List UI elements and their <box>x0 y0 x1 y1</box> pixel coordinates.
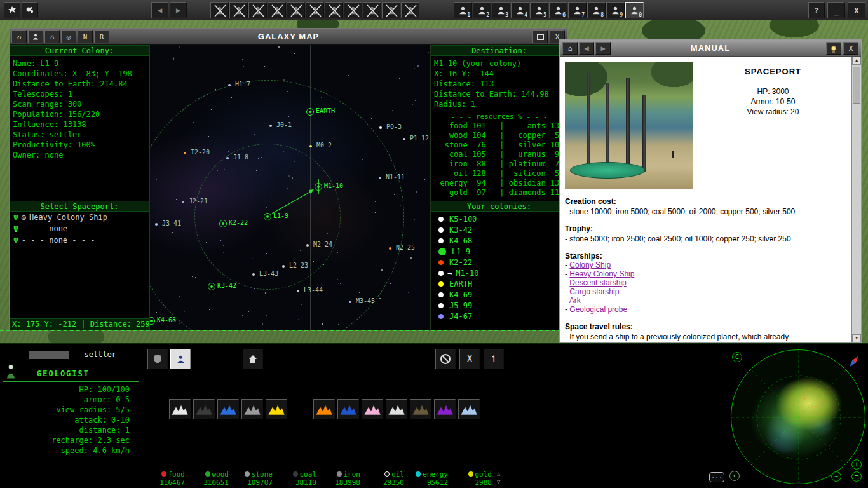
unit-group-button-8[interactable]: 8 <box>587 2 606 18</box>
scroll-thumb[interactable] <box>853 67 860 104</box>
ranges-toggle-button[interactable]: R <box>94 30 109 43</box>
disabled-unit-button[interactable] <box>325 2 343 18</box>
starship-link[interactable]: Cargo starship <box>569 287 619 296</box>
minimap-zoom-in-button[interactable]: + <box>851 459 862 470</box>
colony-list-item[interactable]: →M1-10 <box>431 268 567 278</box>
manual-forward-button[interactable]: ▶ <box>595 42 611 55</box>
disabled-unit-button[interactable] <box>306 2 324 18</box>
deposit-button[interactable] <box>386 399 407 419</box>
home-button[interactable] <box>243 349 263 369</box>
deposit-button[interactable] <box>458 399 480 419</box>
tool-button-2[interactable] <box>22 2 38 18</box>
close-window-button[interactable]: X <box>848 2 865 18</box>
home-icon: ⌂ <box>50 33 55 41</box>
unit-mode-button[interactable] <box>170 349 191 369</box>
tool-button-1[interactable] <box>4 2 20 18</box>
spaceport-option[interactable]: Ψ- - - none - - - <box>10 234 149 246</box>
dismiss-button[interactable]: X <box>459 349 480 369</box>
minimap-zoom-out-button[interactable]: − <box>831 471 841 482</box>
colony-list-item[interactable]: J5-99 <box>431 300 567 311</box>
deposit-button[interactable] <box>241 399 263 419</box>
disabled-unit-button[interactable] <box>229 2 248 18</box>
minimize-window-button[interactable]: _ <box>827 2 845 18</box>
info-button[interactable]: i <box>484 349 504 369</box>
minimap-center-button[interactable]: C <box>732 352 742 362</box>
disabled-unit-button[interactable] <box>401 2 419 18</box>
galaxy-map-view[interactable]: H1-7EARTHJ0-1P0-3P1-12I2-20J1-8M0-2N1-11… <box>150 45 430 330</box>
manual-hint-button[interactable] <box>826 42 841 55</box>
unit-group-button-3[interactable]: 3 <box>492 2 510 18</box>
colony-list-item[interactable]: K4-68 <box>431 235 567 246</box>
unit-group-button-2[interactable]: 2 <box>473 2 491 18</box>
scroll-up-button[interactable]: ▲ <box>852 57 861 65</box>
minimap-zoom-reset-button[interactable]: = <box>851 471 862 482</box>
center-target-button[interactable]: ◎ <box>61 30 76 43</box>
deposit-button[interactable] <box>337 399 359 419</box>
deposit-button[interactable] <box>266 399 287 419</box>
resource-label-row: iron <box>320 470 360 478</box>
starship-link[interactable]: Colony Ship <box>569 261 611 269</box>
minimap[interactable] <box>731 349 865 484</box>
disabled-unit-button[interactable] <box>344 2 362 18</box>
colony-list-item[interactable]: J4-67 <box>431 311 567 322</box>
colony-list-item[interactable]: K5-100 <box>431 214 567 224</box>
colony-list-item[interactable]: K4-69 <box>431 289 567 300</box>
compass-icon[interactable] <box>846 354 862 369</box>
deposit-button[interactable] <box>217 399 239 419</box>
resource-bar-scroll[interactable]: △▽ <box>497 470 500 486</box>
deposit-button[interactable] <box>410 399 431 419</box>
starship-link[interactable]: Geological probe <box>569 305 627 314</box>
starship-link[interactable]: Ark <box>569 296 581 305</box>
manual-back-button[interactable]: ◀ <box>579 42 594 55</box>
manual-titlebar[interactable]: MANUAL ⌂ ◀ ▶ X <box>560 40 861 57</box>
unit-group-button-5[interactable]: 5 <box>530 2 548 18</box>
trophy-text: - stone 5000; iron 2500; coal 2500; oil … <box>565 234 846 243</box>
history-forward-button[interactable]: ▶ <box>170 2 187 18</box>
cancel-action-button[interactable] <box>435 349 456 369</box>
unit-group-button-4[interactable]: 4 <box>511 2 529 18</box>
deposit-button[interactable] <box>362 399 383 419</box>
galaxy-map-titlebar[interactable]: GALAXY MAP ↻ ⌂ ◎ N R X <box>10 29 567 45</box>
deposit-button[interactable] <box>313 399 335 419</box>
unit-group-button-6[interactable]: 6 <box>549 2 567 18</box>
chat-button[interactable]: ... <box>709 472 724 482</box>
disabled-unit-button[interactable] <box>287 2 305 18</box>
disabled-unit-button[interactable] <box>382 2 400 18</box>
deposit-button[interactable] <box>193 399 215 419</box>
unit-view-button[interactable] <box>28 30 43 43</box>
manual-home-button[interactable]: ⌂ <box>562 42 578 55</box>
colony-list-item[interactable]: L1-9 <box>431 246 567 257</box>
spaceport-option[interactable]: Ψ☮Heavy Colony Ship <box>10 212 149 223</box>
disabled-unit-button[interactable] <box>210 2 229 18</box>
current-colony-panel: Current Colony: Name: L1-9Coordinates: X… <box>10 45 150 330</box>
colony-list-item[interactable]: K2-22 <box>431 257 567 268</box>
unit-group-button-7[interactable]: 7 <box>568 2 587 18</box>
names-toggle-button[interactable]: N <box>78 30 93 43</box>
maximize-button[interactable] <box>532 30 548 43</box>
disabled-unit-button[interactable] <box>363 2 381 18</box>
spaceport-option[interactable]: Ψ- - - none - - - <box>10 223 149 234</box>
resource-percent-row: energy 94 | obsidian 134 <box>431 179 567 188</box>
unit-group-button-0[interactable]: 0 <box>625 2 644 18</box>
colony-list-item[interactable]: EARTH <box>431 278 567 289</box>
manual-close-button[interactable]: X <box>843 42 858 55</box>
top-toolbar: ◀ ▶ 1234567890 ? _ X <box>0 0 868 20</box>
scroll-down-button[interactable]: ▼ <box>852 334 861 342</box>
history-back-button[interactable]: ◀ <box>151 2 168 18</box>
deposit-button[interactable] <box>169 399 191 419</box>
help-button[interactable]: ? <box>808 2 825 18</box>
starship-link[interactable]: Heavy Colony Ship <box>569 269 634 278</box>
disabled-unit-button[interactable] <box>268 2 286 18</box>
disabled-unit-button[interactable] <box>248 2 267 18</box>
shield-button[interactable] <box>147 349 168 369</box>
colony-list-item[interactable]: K3-42 <box>431 224 567 235</box>
unit-group-button-1[interactable]: 1 <box>454 2 472 18</box>
minimap-pan-left-button[interactable]: ‹ <box>729 471 740 481</box>
unit-group-button-9[interactable]: 9 <box>606 2 625 18</box>
rotate-button[interactable]: ↻ <box>11 30 27 43</box>
deposit-button[interactable] <box>434 399 456 419</box>
manual-scrollbar[interactable]: ▲ ▼ <box>851 57 861 342</box>
home-view-button[interactable]: ⌂ <box>44 30 60 43</box>
starship-link[interactable]: Descent starship <box>569 278 626 287</box>
star-dot <box>297 290 299 292</box>
